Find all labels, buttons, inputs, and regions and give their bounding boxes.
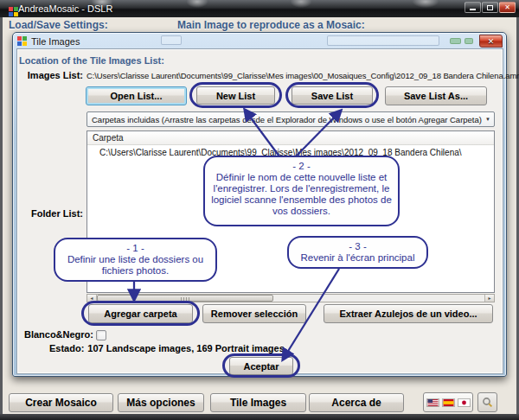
section-title: Location of the Tile Images List: [19,55,164,66]
callout-step-3: - 3 - Revenir à l'écran principal [287,236,428,269]
blanco-negro-checkbox[interactable] [96,330,106,340]
folder-list-column-header[interactable]: Carpeta [87,131,494,145]
folder-list-label: Folder List: [26,208,83,219]
mas-opciones-button[interactable]: Más opciones [118,393,204,412]
folders-dropdown-value: Carpetas incluidas (Arrastre las carpeta… [87,115,482,124]
search-icon [482,397,493,408]
callout-step-2: - 2 - Définir le nom de cette nouvelle l… [203,156,400,226]
open-list-button[interactable]: Open List... [86,86,187,105]
dialog-title: Tile Images [31,36,80,47]
estado-label: Estado: [49,343,84,353]
images-list-path: C:\Users\Clarisse Laurent\Documents\99_C… [86,71,503,80]
callout-step-3-text: Revenir à l'écran principal [294,252,421,264]
callout-step-2-text: Définir le nom de cette nouvelle liste e… [210,172,393,217]
dialog-titlebar: Tile Images [17,35,484,48]
load-save-settings-heading: Load/Save Settings: [9,19,108,31]
aceptar-highlight-ellipse [222,353,300,378]
minimize-button[interactable] [465,2,481,13]
images-list-label: Images List: [26,70,83,80]
maximize-icon [487,5,493,10]
close-icon: ✕ [504,4,510,11]
language-selector[interactable] [423,392,473,412]
blanco-negro-label: Blanco&Negro: [16,329,93,340]
spain-flag [442,398,455,407]
japan-flag [458,398,471,407]
dialog-icon [17,36,27,46]
scroll-right-icon[interactable]: ► [484,295,494,302]
remover-seleccion-button[interactable]: Remover selección [202,304,306,323]
crear-mosaico-button[interactable]: Crear Mosaico [9,393,113,412]
window-title: AndreaMosaic - DSLR [18,3,112,14]
us-flag [426,398,439,407]
agregar-carpeta-highlight-ellipse [81,301,200,326]
window-titlebar: AndreaMosaic - DSLR ✕ [0,0,519,17]
window-bottom-edge [0,414,519,420]
save-list-highlight-ellipse [285,82,379,108]
dialog-close-button[interactable]: ✕ [479,35,503,48]
main-image-heading: Main Image to reproduce as a Mosaic: [177,19,365,31]
maximize-button[interactable] [482,2,498,13]
extraer-azulejos-button[interactable]: Extraer Azulejos de un video... [324,304,493,323]
callout-step-1-number: - 1 - [61,243,210,254]
estado-value: 107 Landscape images, 169 Portrait image… [87,343,287,353]
search-button[interactable] [477,392,497,412]
callout-step-2-number: - 2 - [210,161,393,172]
window-close-button[interactable]: ✕ [499,2,516,13]
callout-step-3-number: - 3 - [294,241,421,252]
window-controls: ✕ [465,2,516,13]
tile-images-button[interactable]: Tile Images [210,393,306,412]
acerca-de-button[interactable]: Acerca de [309,393,404,412]
screenshot-root: AndreaMosaic - DSLR ✕ Load/Save Settings… [0,0,519,420]
estado-status: Estado: 107 Landscape images, 169 Portra… [49,343,287,353]
callout-step-1: - 1 - Definir une liste de dossiers ou f… [54,238,217,282]
chevron-down-icon: ▼ [482,117,494,122]
new-list-highlight-ellipse [189,82,282,108]
save-list-as-button[interactable]: Save List As... [385,86,487,105]
callout-step-1-text: Definir une liste de dossiers ou fichier… [61,254,210,277]
minimize-icon [470,9,476,10]
folders-dropdown[interactable]: Carpetas incluidas (Arrastre las carpeta… [86,111,495,127]
close-icon: ✕ [488,37,495,46]
